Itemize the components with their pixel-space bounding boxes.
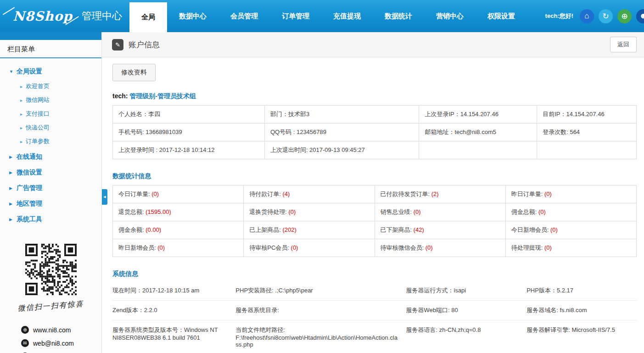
top-nav-item[interactable]: 权限设置 xyxy=(476,0,527,32)
arrow-right-icon: ▶ xyxy=(9,217,17,222)
stat-label: 退换货待处理: xyxy=(249,208,288,215)
table-cell: 今日新增会员: (0) xyxy=(505,221,636,239)
qr-code-image xyxy=(25,244,77,295)
stat-label: 待审核PC会员: xyxy=(249,244,291,251)
sidebar-group: ▼全局设置▸欢迎首页▸微信网站▸支付接口▸快递公司▸订单参数 xyxy=(9,64,101,149)
table-cell: 待审核微信会员: (0) xyxy=(375,239,505,257)
table-cell: 上次登录时间 : 2017-12-18 10:14:12 xyxy=(113,141,265,159)
table-cell: 昨日订单量: (0) xyxy=(505,185,636,203)
arrow-right-icon: ▶ xyxy=(9,186,17,191)
stat-value: (0) xyxy=(288,208,296,215)
table-cell: 服务器语言: zh-CN,zh;q=0.8 xyxy=(406,320,527,353)
stat-value: (0) xyxy=(550,226,558,233)
edit-profile-button[interactable]: 修改资料 xyxy=(112,64,156,81)
sidebar-item[interactable]: ▸微信网站 xyxy=(20,93,101,107)
table-cell: 登录次数: 564 xyxy=(537,123,637,141)
table-cell: 待付款订单: (4) xyxy=(244,185,375,203)
contact-item: ☎0755-83271806 xyxy=(21,350,101,353)
table-row: 服务器系统类型及版本号：Windows NT NI8SER08WEB38 6.1… xyxy=(112,320,637,353)
profile-table: 个人姓名：李四部门：技术部3上次登录IP：14.154.207.46目前IP：1… xyxy=(112,105,637,159)
sidebar-item[interactable]: ▸支付接口 xyxy=(20,107,101,121)
stat-label: 已上架商品: xyxy=(249,226,282,233)
pencil-icon: ✎ xyxy=(112,39,123,50)
stat-value: (42) xyxy=(414,226,424,233)
contact-item[interactable]: ⊕www.ni8.com xyxy=(21,323,101,336)
top-nav-item[interactable]: 营销中心 xyxy=(424,0,476,32)
layout: 栏目菜单 ▼全局设置▸欢迎首页▸微信网站▸支付接口▸快递公司▸订单参数▶在线通知… xyxy=(0,32,644,353)
chat-icon[interactable]: ☻ xyxy=(636,9,644,23)
stat-label: 已付款待发货订单: xyxy=(381,191,431,197)
arrow-right-icon: ▶ xyxy=(9,202,17,206)
sidebar-group-toggle[interactable]: ▶广告管理 xyxy=(9,180,101,196)
arrow-right-icon: ▶ xyxy=(9,170,17,175)
bullet-icon: ▸ xyxy=(20,139,22,144)
top-nav-item[interactable]: 订单管理 xyxy=(270,0,321,32)
sidebar: 栏目菜单 ▼全局设置▸欢迎首页▸微信网站▸支付接口▸快递公司▸订单参数▶在线通知… xyxy=(0,32,102,353)
contact-item[interactable]: ✉web@ni8.com xyxy=(21,336,101,350)
stat-value: (0.00) xyxy=(146,226,161,233)
top-nav-item[interactable]: 数据统计 xyxy=(373,0,424,32)
stat-label: 今日新增会员: xyxy=(511,226,550,233)
top-nav-item[interactable]: 会员管理 xyxy=(218,0,270,32)
sidebar-collapse-toggle[interactable]: ◀ xyxy=(102,189,107,205)
stat-label: 今日订单量: xyxy=(118,191,151,197)
top-nav-item[interactable]: 数据中心 xyxy=(167,0,218,32)
table-cell: PHP安装路径: .;C:\php5\pear xyxy=(235,281,406,301)
table-cell: 佣金总额: (0) xyxy=(505,203,636,221)
stat-value: (4) xyxy=(282,191,290,197)
sidebar-submenu: ▸欢迎首页▸微信网站▸支付接口▸快递公司▸订单参数 xyxy=(9,79,101,149)
sidebar-group-toggle[interactable]: ▶在线通知 xyxy=(9,149,101,165)
qr-caption: 微信扫一扫有惊喜 xyxy=(5,298,97,314)
table-cell: 部门：技术部3 xyxy=(264,106,419,123)
stat-value: (0) xyxy=(151,191,159,197)
sidebar-item-label: 订单参数 xyxy=(26,137,50,146)
stat-value: (0) xyxy=(544,244,552,251)
table-cell: 当前文件绝对路径: F:\freehost\fsni8com\web\Htadm… xyxy=(235,320,406,353)
table-cell: Zend版本：2.2.0 xyxy=(112,301,235,320)
home-icon[interactable]: ⌂ xyxy=(580,9,594,23)
stat-label: 已下架商品: xyxy=(381,226,414,233)
table-cell: 目前IP：14.154.207.46 xyxy=(537,106,637,123)
user-name: tech: xyxy=(112,92,128,100)
sidebar-item-label: 快递公司 xyxy=(26,123,50,132)
table-cell xyxy=(419,141,537,159)
globe-icon: ⊕ xyxy=(21,326,29,334)
sidebar-group-label: 系统工具 xyxy=(17,215,42,224)
qr-code xyxy=(25,244,77,295)
top-nav-item[interactable]: 充值提现 xyxy=(321,0,373,32)
table-cell: 待审核PC会员: (0) xyxy=(244,239,375,257)
refresh-icon[interactable]: ↻ xyxy=(599,9,613,23)
table-cell: 待处理提现: (0) xyxy=(505,239,636,257)
admin-level-link[interactable]: 管理级别-管理员技术组 xyxy=(129,92,196,100)
top-nav-item[interactable]: 全局 xyxy=(129,2,167,32)
stat-value: (0) xyxy=(291,244,298,251)
back-button[interactable]: 返回 xyxy=(610,37,637,52)
sidebar-group-toggle[interactable]: ▶微信设置 xyxy=(9,165,101,180)
sidebar-item-label: 支付接口 xyxy=(26,110,50,118)
top-nav: 全局数据中心会员管理订单管理充值提现数据统计营销中心权限设置 xyxy=(129,0,527,32)
stat-value: (0) xyxy=(426,244,433,251)
stat-label: 待处理提现: xyxy=(511,244,544,251)
sidebar-item[interactable]: ▸订单参数 xyxy=(20,134,101,148)
sidebar-top-strip xyxy=(0,32,101,40)
contact-text: www.ni8.com xyxy=(33,326,71,334)
stat-label: 昨日新增会员: xyxy=(118,244,157,251)
globe-icon[interactable]: ⊕ xyxy=(617,9,632,23)
sidebar-group-toggle[interactable]: ▼全局设置 xyxy=(9,64,101,79)
sidebar-group-toggle[interactable]: ▶系统工具 xyxy=(9,212,101,227)
table-cell: 服务器运行方式：isapi xyxy=(406,281,527,301)
table-row: 今日订单量: (0)待付款订单: (4)已付款待发货订单: (2)昨日订单量: … xyxy=(113,185,637,203)
table-cell: 已上架商品: (202) xyxy=(244,221,375,239)
sidebar-group-label: 微信设置 xyxy=(17,168,42,177)
sidebar-item[interactable]: ▸欢迎首页 xyxy=(20,79,101,93)
stat-value: (0) xyxy=(414,208,421,215)
sidebar-group-toggle[interactable]: ▶地区管理 xyxy=(9,196,101,212)
table-row: 佣金余额: (0.00)已上架商品: (202)已下架商品: (42)今日新增会… xyxy=(113,221,637,239)
table-row: 个人姓名：李四部门：技术部3上次登录IP：14.154.207.46目前IP：1… xyxy=(113,106,637,123)
stat-value: (202) xyxy=(282,226,296,233)
table-cell: 服务器系统类型及版本号：Windows NT NI8SER08WEB38 6.1… xyxy=(112,320,235,353)
user-line: tech: 管理级别-管理员技术组 xyxy=(112,92,637,101)
table-cell: 服务器系统目录: xyxy=(235,301,406,320)
table-cell: 上次退出时间: 2017-09-13 09:45:27 xyxy=(264,141,419,159)
sidebar-item[interactable]: ▸快递公司 xyxy=(20,121,101,134)
